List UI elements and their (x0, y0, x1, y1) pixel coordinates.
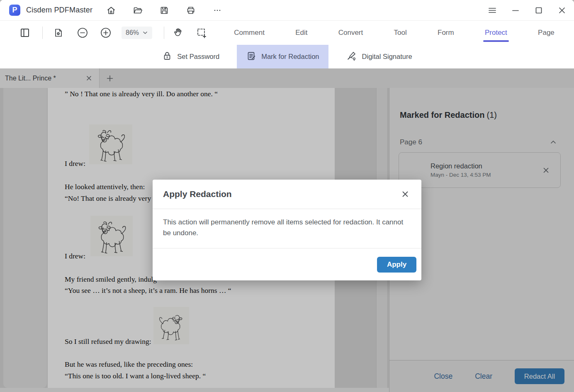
dialog-message: This action will permanently remove all … (153, 209, 421, 248)
chevron-up-icon[interactable] (550, 139, 557, 146)
page-group-header[interactable]: Page 6 (400, 138, 557, 146)
app-logo-icon: P (9, 5, 20, 16)
document-tab[interactable]: The Lit... Prince * (0, 68, 100, 88)
panel-footer: Close Clear Redact All (389, 360, 574, 392)
open-folder-icon[interactable] (132, 5, 143, 16)
sheep-drawing-3 (153, 307, 189, 344)
doc-text-line: “You see … it’s not a sheep, it’s a ram.… (65, 286, 231, 295)
panel-title: Marked for Redaction(1) (400, 110, 564, 120)
redaction-item-title: Region redaction (430, 162, 491, 170)
doc-text-line: I drew: (65, 252, 85, 261)
tab-tool[interactable]: Tool (392, 23, 409, 43)
zoom-in-icon[interactable] (99, 26, 112, 39)
print-icon[interactable] (185, 5, 196, 16)
protect-action-bar: Set Password Mark for Redaction Digital … (0, 45, 574, 68)
page-group-label: Page 6 (400, 138, 422, 146)
chevron-down-icon (142, 30, 148, 36)
dialog-footer: Apply (153, 248, 421, 280)
page-settings-icon[interactable] (52, 26, 65, 39)
tab-comment[interactable]: Comment (232, 23, 266, 43)
zoom-out-icon[interactable] (76, 26, 89, 39)
new-tab-icon[interactable] (105, 73, 115, 84)
signature-pen-icon (346, 50, 358, 63)
remove-redaction-icon[interactable] (540, 165, 551, 175)
more-menu-icon[interactable] (212, 5, 223, 16)
hand-tool-icon[interactable] (172, 26, 185, 39)
panel-count: (1) (486, 110, 496, 119)
set-password-label: Set Password (177, 53, 219, 61)
close-window-icon[interactable] (557, 5, 567, 16)
doc-text-line: I drew: (65, 159, 85, 168)
apply-button[interactable]: Apply (377, 257, 416, 273)
clear-button[interactable]: Clear (475, 372, 492, 381)
dialog-header: Apply Redaction (153, 180, 421, 209)
tab-edit[interactable]: Edit (294, 23, 309, 43)
set-password-button[interactable]: Set Password (153, 45, 229, 68)
marquee-select-icon[interactable] (195, 26, 208, 39)
digital-signature-label: Digital Signature (362, 53, 412, 61)
dialog-title: Apply Redaction (163, 189, 232, 199)
main-toolbar: 86% Comment Edit Convert Tool Form Prote… (0, 21, 574, 45)
app-title: Cisdem PDFMaster (26, 6, 92, 15)
tab-form[interactable]: Form (436, 23, 456, 43)
zoom-level-value: 86% (126, 29, 139, 37)
document-tab-label: The Lit... Prince * (5, 75, 83, 82)
minimize-icon[interactable] (510, 5, 521, 16)
document-tab-strip: The Lit... Prince * (0, 68, 574, 88)
dialog-close-icon[interactable] (399, 188, 411, 200)
close-document-icon[interactable] (83, 73, 94, 84)
sidebar-toggle-icon[interactable] (18, 26, 32, 39)
mark-for-redaction-label: Mark for Redaction (261, 53, 319, 61)
tab-convert[interactable]: Convert (337, 23, 365, 43)
lock-icon (162, 51, 173, 63)
ribbon-tab-bar: Comment Edit Convert Tool Form Protect P… (208, 23, 574, 43)
doc-text-line: So I still refused my drawing: (65, 337, 151, 346)
doc-text-line: ” No ! That one is already very ill. Do … (65, 90, 218, 98)
redaction-doc-icon (246, 51, 257, 63)
zoom-level-dropdown[interactable]: 86% (122, 27, 152, 39)
close-button[interactable]: Close (434, 372, 452, 381)
doc-text-line: “No! That one is already very i (65, 194, 155, 203)
left-gutter (3, 88, 47, 388)
doc-text-line: He looked attentively, then: (65, 183, 145, 191)
tab-protect[interactable]: Protect (483, 23, 509, 43)
tab-page[interactable]: Page (536, 23, 556, 43)
main-menu-icon[interactable] (487, 5, 498, 16)
redaction-item-meta: Mayn - Dec 13, 4:53 PM (430, 172, 491, 178)
maximize-icon[interactable] (533, 5, 544, 16)
mark-for-redaction-button[interactable]: Mark for Redaction (237, 45, 328, 68)
home-icon[interactable] (106, 5, 117, 16)
redact-all-button[interactable]: Redact All (515, 368, 564, 384)
sheep-drawing-1 (89, 124, 132, 164)
sheep-drawing-2 (90, 216, 133, 256)
redaction-item-card[interactable]: Region redaction Mayn - Dec 13, 4:53 PM (399, 152, 561, 188)
digital-signature-button[interactable]: Digital Signature (337, 45, 421, 68)
title-bar: P Cisdem PDFMaster (0, 0, 574, 21)
save-icon[interactable] (159, 5, 170, 16)
doc-text-line: “This one is too old. I want a long-live… (65, 372, 206, 380)
app-window: P Cisdem PDFMaster (0, 0, 574, 392)
apply-redaction-dialog: Apply Redaction This action will permane… (153, 180, 421, 280)
doc-text-line: But he was refused, like the preceding o… (65, 360, 193, 369)
horizontal-scrollbar[interactable] (0, 388, 389, 392)
doc-text-line: My friend smiled gently, indulg (65, 275, 157, 284)
